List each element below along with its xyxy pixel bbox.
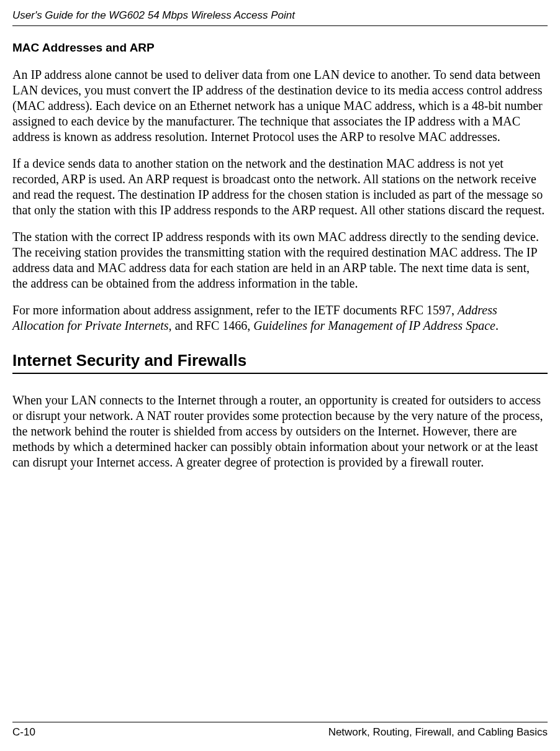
paragraph: When your LAN connects to the Internet t… [12, 393, 548, 470]
page-footer: C-10 Network, Routing, Firewall, and Cab… [12, 722, 548, 739]
paragraph: For more information about address assig… [12, 303, 548, 334]
text-run: . [495, 319, 499, 332]
document-header: User's Guide for the WG602 54 Mbps Wirel… [12, 9, 548, 26]
text-run: and RFC 1466, [172, 319, 254, 332]
text-run: For more information about address assig… [12, 303, 458, 317]
page-number: C-10 [12, 726, 35, 739]
heading-internet-security-firewalls: Internet Security and Firewalls [12, 351, 548, 374]
heading-mac-addresses-arp: MAC Addresses and ARP [12, 41, 548, 55]
italic-reference: Guidelines for Management of IP Address … [253, 319, 495, 332]
paragraph: An IP address alone cannot be used to de… [12, 67, 548, 145]
paragraph: The station with the correct IP address … [12, 229, 548, 291]
footer-section-name: Network, Routing, Firewall, and Cabling … [328, 726, 548, 739]
paragraph: If a device sends data to another statio… [12, 156, 548, 218]
